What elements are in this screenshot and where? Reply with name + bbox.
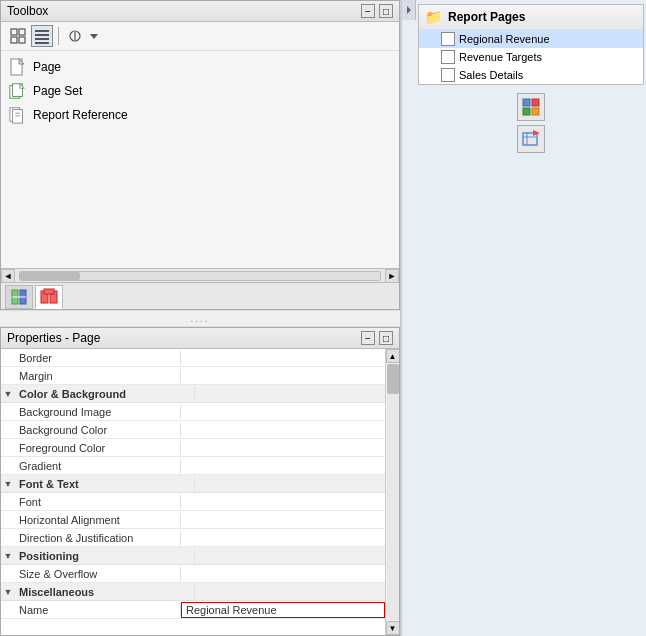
prop-row-border[interactable]: Border — [1, 349, 385, 367]
prop-row-name[interactable]: Name Regional Revenue — [1, 601, 385, 619]
prop-value-cat-positioning — [195, 555, 385, 557]
prop-value-gradient[interactable] — [181, 465, 385, 467]
prop-value-name[interactable]: Regional Revenue — [181, 602, 385, 618]
prop-cat-positioning[interactable]: ▼ Positioning — [1, 547, 385, 565]
prop-row-bg-color[interactable]: Background Color — [1, 421, 385, 439]
report-tree-item-1[interactable]: Revenue Targets — [419, 48, 643, 66]
prop-value-border[interactable] — [181, 357, 385, 359]
prop-label-gradient: Gradient — [1, 459, 181, 473]
sort-btn[interactable] — [64, 25, 86, 47]
grid-view-btn[interactable] — [7, 25, 29, 47]
toolbox-item-page-label: Page — [33, 60, 61, 74]
side-btn-2[interactable] — [517, 125, 545, 153]
expand-misc[interactable]: ▼ — [1, 587, 15, 597]
prop-row-dir-justif[interactable]: Direction & Justification — [1, 529, 385, 547]
page-icon-0 — [441, 32, 455, 46]
toolbox-title: Toolbox — [7, 4, 48, 18]
scroll-track-h[interactable] — [19, 271, 381, 281]
prop-label-border: Border — [1, 351, 181, 365]
right-content: 📁 Report Pages Regional Revenue Revenue … — [416, 0, 646, 161]
prop-row-margin[interactable]: Margin — [1, 367, 385, 385]
prop-value-cat-color-bg — [195, 393, 385, 395]
toolbar-sep — [58, 27, 59, 45]
list-view-btn[interactable] — [31, 25, 53, 47]
svg-rect-0 — [11, 29, 17, 35]
scroll-down-arrow[interactable]: ▼ — [386, 621, 400, 635]
toolbox-item-report-ref[interactable]: Report Reference — [1, 103, 399, 127]
scroll-left-btn[interactable]: ◄ — [1, 269, 15, 283]
prop-label-fg-color: Foreground Color — [1, 441, 181, 455]
prop-value-bg-image[interactable] — [181, 411, 385, 413]
toolbox-tab-1[interactable] — [5, 285, 33, 309]
toolbox-item-pageset-label: Page Set — [33, 84, 82, 98]
report-tree-label-0: Regional Revenue — [459, 33, 550, 45]
expand-font-text[interactable]: ▼ — [1, 479, 15, 489]
toolbox-content: Page Page Set — [1, 51, 399, 268]
prop-row-size-overflow[interactable]: Size & Overflow — [1, 565, 385, 583]
report-pages-panel: 📁 Report Pages Regional Revenue Revenue … — [418, 4, 644, 85]
prop-row-bg-image[interactable]: Background Image — [1, 403, 385, 421]
prop-row-horiz-align[interactable]: Horizontal Alignment — [1, 511, 385, 529]
prop-value-size-overflow[interactable] — [181, 573, 385, 575]
dropdown-arrow-btn[interactable] — [88, 25, 100, 47]
svg-rect-28 — [523, 99, 530, 106]
properties-minimize-btn[interactable]: − — [361, 331, 375, 345]
properties-restore-btn[interactable]: □ — [379, 331, 393, 345]
right-collapse-btn[interactable] — [402, 0, 416, 20]
report-pages-title: Report Pages — [448, 10, 525, 24]
toolbox-restore-btn[interactable]: □ — [379, 4, 393, 18]
properties-scrollbar-v[interactable]: ▲ ▼ — [385, 349, 399, 635]
toolbox-minimize-btn[interactable]: − — [361, 4, 375, 18]
prop-row-font[interactable]: Font — [1, 493, 385, 511]
toolbox-tab-2[interactable] — [35, 285, 63, 309]
prop-value-horiz-align[interactable] — [181, 519, 385, 521]
svg-rect-31 — [532, 108, 539, 115]
svg-rect-5 — [35, 34, 49, 36]
prop-row-gradient[interactable]: Gradient — [1, 457, 385, 475]
report-tree-item-0[interactable]: Regional Revenue — [419, 30, 643, 48]
scroll-right-btn[interactable]: ► — [385, 269, 399, 283]
expand-color-bg[interactable]: ▼ — [1, 389, 15, 399]
properties-panel: Properties - Page − □ Border Margin — [0, 327, 400, 636]
page-icon-1 — [441, 50, 455, 64]
prop-label-size-overflow: Size & Overflow — [1, 567, 181, 581]
prop-value-font[interactable] — [181, 501, 385, 503]
prop-label-bg-color: Background Color — [1, 423, 181, 437]
prop-cat-font-text[interactable]: ▼ Font & Text — [1, 475, 385, 493]
expand-positioning[interactable]: ▼ — [1, 551, 15, 561]
toolbox-item-page[interactable]: Page — [1, 55, 399, 79]
scroll-track-v[interactable] — [387, 364, 399, 620]
report-ref-icon — [9, 106, 27, 124]
toolbox-item-pageset[interactable]: Page Set — [1, 79, 399, 103]
prop-value-margin[interactable] — [181, 375, 385, 377]
prop-row-fg-color[interactable]: Foreground Color — [1, 439, 385, 457]
side-btn-1[interactable] — [517, 93, 545, 121]
prop-label-horiz-align: Horizontal Alignment — [1, 513, 181, 527]
side-btn-panel — [418, 89, 644, 157]
report-tree-label-2: Sales Details — [459, 69, 523, 81]
properties-title: Properties - Page — [7, 331, 100, 345]
prop-cat-misc[interactable]: ▼ Miscellaneous — [1, 583, 385, 601]
svg-rect-4 — [35, 30, 49, 32]
prop-cat-color-bg[interactable]: ▼ Color & Background — [1, 385, 385, 403]
drag-handle[interactable]: .... — [0, 310, 400, 327]
scroll-up-arrow[interactable]: ▲ — [386, 349, 400, 363]
svg-marker-27 — [407, 6, 411, 14]
prop-label-dir-justif: Direction & Justification — [1, 531, 181, 545]
toolbox-toolbar — [1, 22, 399, 51]
report-tree-item-2[interactable]: Sales Details — [419, 66, 643, 84]
svg-rect-29 — [532, 99, 539, 106]
svg-rect-3 — [19, 37, 25, 43]
toolbox-scrollbar-h[interactable]: ◄ ► — [1, 268, 399, 282]
prop-value-bg-color[interactable] — [181, 429, 385, 431]
svg-rect-1 — [19, 29, 25, 35]
page-icon — [9, 58, 27, 76]
properties-content: Border Margin ▼ Color & Background Backg… — [1, 349, 399, 635]
prop-label-margin: Margin — [1, 369, 181, 383]
prop-value-dir-justif[interactable] — [181, 537, 385, 539]
page-icon-2 — [441, 68, 455, 82]
report-pages-header: 📁 Report Pages — [419, 5, 643, 30]
prop-value-fg-color[interactable] — [181, 447, 385, 449]
toolbox-panel: Toolbox − □ — [0, 0, 400, 310]
svg-rect-6 — [35, 38, 49, 40]
